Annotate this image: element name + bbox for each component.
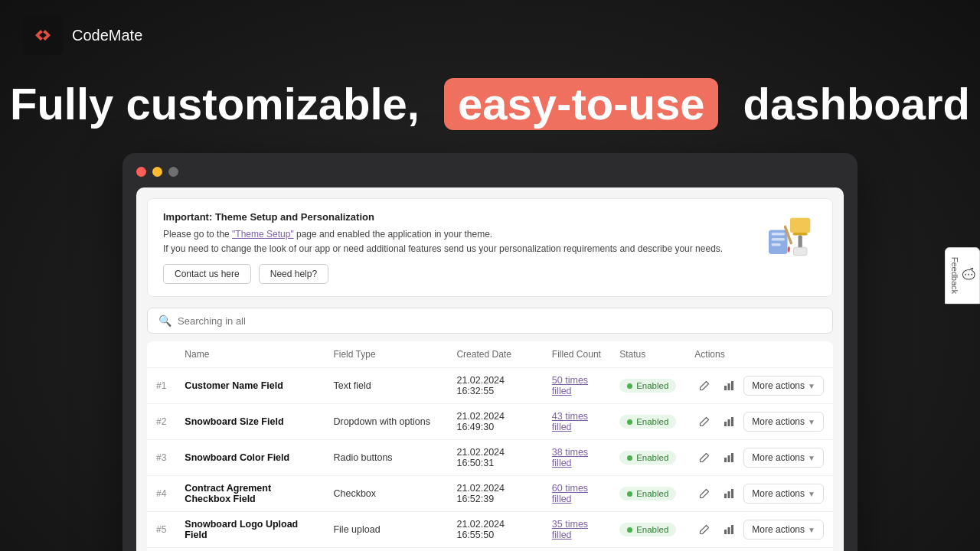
svg-rect-22 — [728, 527, 730, 534]
svg-rect-19 — [728, 491, 730, 498]
more-actions-button[interactable]: More actions ▼ — [743, 412, 824, 432]
status-badge: Enabled — [619, 415, 676, 429]
more-actions-label: More actions — [752, 452, 805, 463]
svg-rect-23 — [731, 525, 733, 534]
table-row: #3 Snowboard Color Field Radio buttons 2… — [147, 440, 833, 476]
action-icons: More actions ▼ — [694, 412, 824, 432]
table-row: #1 Customer Name Field Text field 21.02.… — [147, 368, 833, 404]
cell-created-date: 21.02.2024 16:50:31 — [447, 440, 542, 476]
notice-banner: Important: Theme Setup and Personalizati… — [147, 198, 833, 297]
cell-num: #5 — [147, 512, 175, 548]
logo-icon — [31, 24, 54, 47]
window-controls — [136, 167, 844, 177]
cell-actions: More actions ▼ — [685, 404, 833, 440]
edit-button[interactable] — [694, 520, 714, 540]
need-help-button[interactable]: Need help? — [259, 264, 328, 284]
cell-field-type: Radio buttons — [324, 440, 447, 476]
status-badge: Enabled — [619, 487, 676, 500]
more-actions-button[interactable]: More actions ▼ — [743, 520, 824, 540]
table-row: #5 Snowboard Logo Upload Field File uplo… — [147, 512, 833, 548]
filled-count-link[interactable]: 60 times filled — [552, 483, 588, 504]
chevron-down-icon: ▼ — [808, 382, 815, 390]
status-badge: Enabled — [619, 523, 676, 536]
dot-gray — [168, 167, 178, 177]
cell-status: Enabled — [610, 512, 685, 548]
status-dot — [627, 491, 632, 497]
cell-num: #1 — [147, 368, 175, 404]
status-dot — [627, 383, 632, 389]
table-row: #6 Delivery Date Field Date picker (day,… — [147, 548, 833, 551]
search-box[interactable]: 🔍 — [147, 308, 833, 334]
more-actions-button[interactable]: More actions ▼ — [743, 448, 824, 468]
svg-rect-15 — [724, 458, 727, 462]
cell-actions: More actions ▼ — [685, 368, 833, 404]
more-actions-button[interactable]: More actions ▼ — [743, 376, 824, 396]
hero-highlight: easy-to-use — [444, 78, 718, 130]
cell-created-date: 21.02.2024 16:32:55 — [447, 368, 542, 404]
contact-us-button[interactable]: Contact us here — [163, 264, 251, 284]
window-frame: Important: Theme Setup and Personalizati… — [122, 153, 858, 551]
chart-button[interactable] — [719, 376, 739, 396]
svg-rect-1 — [793, 233, 808, 236]
svg-rect-6 — [772, 238, 786, 241]
chart-button[interactable] — [719, 448, 739, 468]
cell-num: #6 — [147, 548, 175, 551]
edit-button[interactable] — [694, 448, 714, 468]
notice-content: Important: Theme Setup and Personalizati… — [163, 211, 723, 284]
svg-rect-18 — [724, 494, 727, 498]
table-row: #4 Contract Agrement Checkbox Field Chec… — [147, 476, 833, 512]
cell-filled-count: 28 times filled — [543, 548, 610, 551]
page-wrapper: CodeMate Fully customizable, easy-to-use… — [0, 0, 980, 551]
chart-button[interactable] — [719, 484, 739, 504]
filled-count-link[interactable]: 43 times filled — [552, 411, 588, 432]
chart-button[interactable] — [719, 520, 739, 540]
feedback-tab[interactable]: Feedback 💬 — [945, 247, 980, 304]
cell-name: Contract Agrement Checkbox Field — [175, 476, 324, 512]
col-status: Status — [610, 341, 685, 368]
notice-link[interactable]: "Theme Setup" — [232, 229, 294, 240]
cell-name: Snowboard Color Field — [175, 440, 324, 476]
action-icons: More actions ▼ — [694, 484, 824, 504]
search-area: 🔍 — [136, 308, 844, 341]
edit-button[interactable] — [694, 376, 714, 396]
cell-status: Enabled — [610, 368, 685, 404]
svg-rect-5 — [772, 233, 786, 236]
filled-count-link[interactable]: 50 times filled — [552, 375, 588, 396]
notice-illustration — [763, 211, 817, 265]
action-icons: More actions ▼ — [694, 448, 824, 468]
header: CodeMate — [0, 0, 980, 70]
edit-button[interactable] — [694, 484, 714, 504]
notice-text: Please go to the "Theme Setup" page and … — [163, 227, 723, 256]
status-dot — [627, 527, 632, 533]
filled-count-link[interactable]: 38 times filled — [552, 447, 588, 468]
cell-field-type: Checkbox — [324, 476, 447, 512]
col-filled-count: Filled Count — [543, 341, 610, 368]
cell-name: Snowboard Size Field — [175, 404, 324, 440]
svg-rect-3 — [793, 247, 807, 256]
search-input[interactable] — [178, 315, 822, 327]
status-badge: Enabled — [619, 379, 676, 393]
notice-title: Important: Theme Setup and Personalizati… — [163, 211, 723, 223]
cell-created-date: 21.02.2024 16:49:30 — [447, 404, 542, 440]
chevron-down-icon: ▼ — [808, 418, 815, 426]
svg-rect-14 — [731, 417, 733, 426]
more-actions-button[interactable]: More actions ▼ — [743, 484, 824, 504]
edit-button[interactable] — [694, 412, 714, 432]
cell-actions: More actions ▼ — [685, 548, 833, 551]
cell-filled-count: 43 times filled — [543, 404, 610, 440]
col-field-type: Field Type — [324, 341, 447, 368]
notice-buttons: Contact us here Need help? — [163, 264, 723, 284]
status-dot — [627, 419, 632, 425]
cell-filled-count: 60 times filled — [543, 476, 610, 512]
cell-num: #3 — [147, 440, 175, 476]
chart-button[interactable] — [719, 412, 739, 432]
action-icons: More actions ▼ — [694, 376, 824, 396]
dashboard: Important: Theme Setup and Personalizati… — [136, 187, 844, 551]
filled-count-link[interactable]: 35 times filled — [552, 519, 588, 540]
action-icons: More actions ▼ — [694, 520, 824, 540]
cell-name: Customer Name Field — [175, 368, 324, 404]
col-name: Name — [175, 341, 324, 368]
hero-suffix: dashboard — [743, 79, 971, 129]
logo-box — [23, 15, 63, 55]
svg-rect-20 — [731, 489, 733, 498]
